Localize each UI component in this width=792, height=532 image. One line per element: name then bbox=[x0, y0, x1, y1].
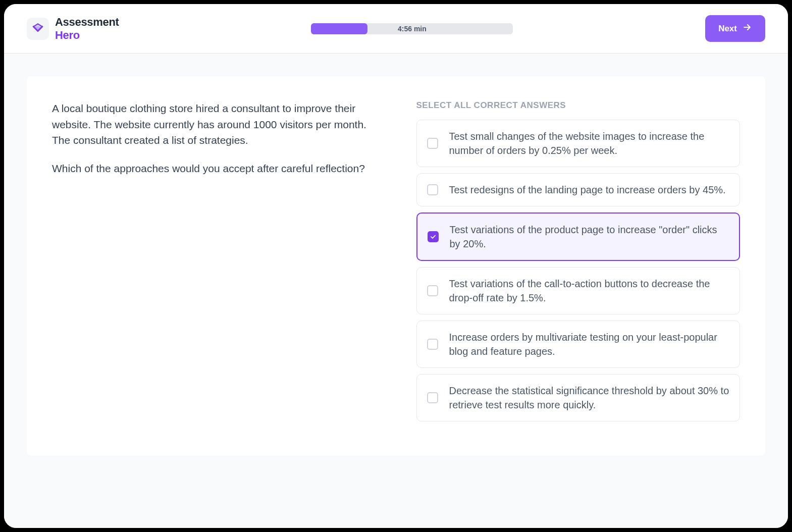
answers-list: Test small changes of the website images… bbox=[416, 120, 741, 428]
answer-text: Test small changes of the website images… bbox=[449, 129, 730, 157]
question-paragraph-1: A local boutique clothing store hired a … bbox=[52, 100, 376, 148]
main-content: A local boutique clothing store hired a … bbox=[4, 54, 788, 528]
progress-timer: 4:56 min bbox=[311, 23, 513, 34]
checkbox-icon bbox=[427, 138, 438, 149]
arrow-right-icon bbox=[742, 22, 752, 35]
answer-option-5[interactable]: Decrease the statistical significance th… bbox=[416, 374, 741, 421]
question-paragraph-2: Which of the approaches would you accept… bbox=[52, 161, 376, 177]
answers-heading: SELECT ALL CORRECT ANSWERS bbox=[416, 100, 741, 111]
checkbox-icon bbox=[427, 392, 438, 403]
brand-logo: Assessment Hero bbox=[27, 16, 119, 41]
checkbox-icon bbox=[427, 184, 438, 195]
answer-option-3[interactable]: Test variations of the call-to-action bu… bbox=[416, 267, 741, 314]
answer-option-1[interactable]: Test redesigns of the landing page to in… bbox=[416, 173, 741, 206]
header-bar: Assessment Hero 4:56 min Next bbox=[4, 4, 788, 54]
timer-text: 4:56 min bbox=[311, 25, 513, 33]
next-button-label: Next bbox=[718, 24, 737, 34]
question-card: A local boutique clothing store hired a … bbox=[27, 76, 765, 456]
progress-bar: 4:56 min bbox=[311, 23, 513, 34]
answer-option-0[interactable]: Test small changes of the website images… bbox=[416, 120, 741, 167]
question-text-column: A local boutique clothing store hired a … bbox=[52, 100, 376, 428]
answer-option-4[interactable]: Increase orders by multivariate testing … bbox=[416, 321, 741, 368]
answer-text: Test redesigns of the landing page to in… bbox=[449, 183, 726, 197]
answers-column: SELECT ALL CORRECT ANSWERS Test small ch… bbox=[416, 100, 741, 428]
app-window: Assessment Hero 4:56 min Next A local bo… bbox=[4, 4, 788, 528]
answer-text: Test variations of the call-to-action bu… bbox=[449, 277, 730, 305]
checkbox-icon bbox=[427, 285, 438, 296]
answer-text: Decrease the statistical significance th… bbox=[449, 384, 730, 412]
checkbox-icon bbox=[428, 231, 439, 242]
checkbox-icon bbox=[427, 339, 438, 350]
logo-text-line2: Hero bbox=[55, 29, 119, 41]
logo-text-line1: Assessment bbox=[55, 16, 119, 28]
logo-icon bbox=[27, 18, 49, 40]
answer-option-2[interactable]: Test variations of the product page to i… bbox=[416, 212, 741, 261]
next-button[interactable]: Next bbox=[705, 15, 765, 42]
logo-text: Assessment Hero bbox=[55, 16, 119, 41]
answer-text: Increase orders by multivariate testing … bbox=[449, 330, 730, 358]
answer-text: Test variations of the product page to i… bbox=[450, 223, 729, 251]
